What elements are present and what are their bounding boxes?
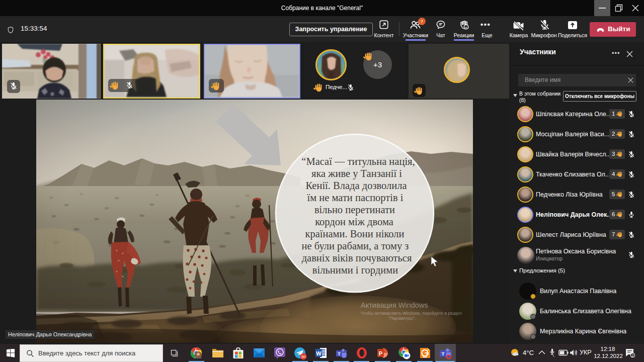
svg-text:кордон між двома: кордон між двома (315, 216, 393, 228)
svg-text:T: T (338, 351, 341, 356)
svg-text:давніх віків почуваються: давніх віків почуваються (302, 252, 412, 264)
svg-text:їм не мати паспортів і: їм не мати паспортів і (307, 192, 404, 204)
svg-text:країнами. Вони ніколи: країнами. Вони ніколи (305, 228, 404, 240)
svg-text:2: 2 (631, 353, 634, 358)
svg-text:Чтобы активировать Windows, пе: Чтобы активировать Windows, перейдите в … (361, 311, 462, 316)
svg-text:не були рабами, а тому з: не були рабами, а тому з (302, 240, 409, 252)
svg-text:P: P (379, 350, 382, 356)
svg-text:30: 30 (301, 354, 306, 359)
svg-text:Кенії. Влада дозволила: Кенії. Влада дозволила (305, 180, 407, 192)
svg-text:яка живе у Танзанії і: яка живе у Танзанії і (311, 168, 402, 179)
svg-text:"Параметры".: "Параметры". (388, 316, 416, 321)
svg-text:Активация Windows: Активация Windows (361, 301, 428, 309)
svg-text:T: T (442, 351, 445, 356)
svg-text:W: W (316, 350, 321, 356)
svg-text:“Масаї — титульна нація,: “Масаї — титульна нація, (301, 156, 415, 167)
svg-text:вільно перетинати: вільно перетинати (314, 204, 395, 216)
svg-text:вільними і гордими: вільними і гордими (312, 264, 398, 276)
svg-text:PDF: PDF (423, 356, 428, 358)
